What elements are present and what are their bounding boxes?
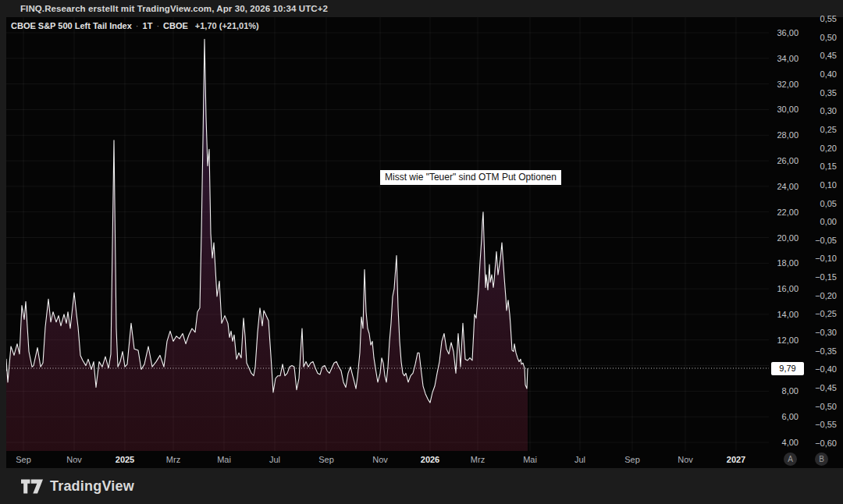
secondary-tick-label: 0,05 <box>820 199 837 208</box>
time-tick-label: Mai <box>523 451 537 468</box>
tradingview-logo-icon <box>21 479 43 494</box>
secondary-tick-label: 0,25 <box>820 125 837 134</box>
price-tick-label: 36,00 <box>777 28 799 37</box>
time-tick-label: Jul <box>269 451 280 468</box>
secondary-tick-label: −0,55 <box>815 420 837 429</box>
time-tick-label: Mai <box>217 451 231 468</box>
price-tick-label: 6,00 <box>782 412 799 421</box>
time-tick-label: 2027 <box>727 451 745 468</box>
price-tick-label: 18,00 <box>777 258 799 268</box>
secondary-tick-label: 0,20 <box>820 144 837 153</box>
price-scale-b[interactable]: 0,550,500,450,400,350,300,250,200,150,10… <box>806 17 843 451</box>
secondary-tick-label: −0,60 <box>815 438 837 448</box>
price-tick-label: 28,00 <box>777 130 799 140</box>
secondary-tick-label: 0,40 <box>820 69 837 79</box>
secondary-tick-label: 0,45 <box>820 51 837 60</box>
secondary-tick-label: 0,15 <box>820 161 837 171</box>
secondary-tick-label: 0,10 <box>820 180 837 190</box>
tradingview-logo[interactable]: TradingView <box>21 478 134 495</box>
secondary-tick-label: −0,45 <box>815 383 837 392</box>
tradingview-logo-text: TradingView <box>50 478 134 495</box>
legend-separator: · <box>156 21 159 30</box>
price-chart[interactable] <box>6 17 769 451</box>
change-label: +1,70 (+21,01%) <box>195 21 259 30</box>
secondary-tick-label: −0,35 <box>815 346 837 356</box>
last-price-label: 9,79 <box>771 362 804 375</box>
secondary-tick-label: −0,25 <box>815 309 837 318</box>
area-fill <box>6 39 528 451</box>
price-tick-label: 12,00 <box>777 335 799 345</box>
time-tick-label: Sep <box>318 451 334 468</box>
secondary-tick-label: 0,50 <box>820 33 837 42</box>
chart-legend[interactable]: CBOE S&P 500 Left Tail Index · 1T · CBOE… <box>11 21 259 30</box>
price-tick-label: 20,00 <box>777 233 799 243</box>
text-annotation[interactable]: Misst wie "Teuer" sind OTM Put Optionen <box>380 170 561 185</box>
tradingview-snapshot: FINQ.Research erstellt mit TradingView.c… <box>0 0 843 504</box>
price-scale-a[interactable]: 36,0034,0032,0030,0028,0026,0024,0022,00… <box>769 17 806 451</box>
secondary-tick-label: −0,50 <box>815 402 837 411</box>
secondary-tick-label: −0,40 <box>815 364 837 374</box>
time-tick-label: Nov <box>66 451 82 468</box>
attribution-text: FINQ.Research erstellt mit TradingView.c… <box>20 4 328 13</box>
time-tick-label: Sep <box>624 451 640 468</box>
price-tick-label: 32,00 <box>777 80 799 89</box>
time-tick-label: Mrz <box>471 451 485 468</box>
scale-a-button[interactable]: A <box>784 453 797 466</box>
price-tick-label: 14,00 <box>777 310 799 319</box>
secondary-tick-label: 0,00 <box>820 217 837 226</box>
secondary-tick-label: −0,15 <box>815 272 837 282</box>
secondary-tick-label: −0,30 <box>815 328 837 337</box>
price-tick-label: 8,00 <box>782 386 799 396</box>
secondary-tick-label: −0,20 <box>815 291 837 300</box>
interval-label: 1T <box>143 21 153 30</box>
secondary-tick-label: 0,30 <box>820 106 837 115</box>
price-tick-label: 4,00 <box>782 438 799 447</box>
symbol-title: CBOE S&P 500 Left Tail Index <box>11 21 132 30</box>
secondary-tick-label: 0,55 <box>820 14 837 23</box>
secondary-tick-label: −0,10 <box>815 254 837 263</box>
time-tick-label: Sep <box>16 451 31 468</box>
footer-bar: TradingView <box>0 468 843 504</box>
time-tick-label: Nov <box>372 451 388 468</box>
price-tick-label: 16,00 <box>777 284 799 293</box>
secondary-tick-label: −0,05 <box>815 236 837 245</box>
legend-separator: · <box>136 21 139 30</box>
price-tick-label: 24,00 <box>777 182 799 191</box>
price-tick-label: 22,00 <box>777 208 799 217</box>
scale-b-button[interactable]: B <box>815 453 828 466</box>
time-scale[interactable]: SepNov2025MrzMaiJulSepNov2026MrzMaiJulSe… <box>6 451 769 468</box>
exchange-label: CBOE <box>163 21 188 30</box>
time-tick-label: Nov <box>678 451 693 468</box>
time-tick-label: Jul <box>574 451 585 468</box>
time-tick-label: 2026 <box>421 451 439 468</box>
secondary-tick-label: 0,35 <box>820 88 837 98</box>
time-tick-label: 2025 <box>116 451 134 468</box>
attribution-bar: FINQ.Research erstellt mit TradingView.c… <box>0 0 843 17</box>
time-tick-label: Mrz <box>166 451 180 468</box>
price-tick-label: 34,00 <box>777 54 799 63</box>
chart-region[interactable]: CBOE S&P 500 Left Tail Index · 1T · CBOE… <box>6 17 843 468</box>
price-tick-label: 30,00 <box>777 105 799 114</box>
price-tick-label: 26,00 <box>777 156 799 165</box>
